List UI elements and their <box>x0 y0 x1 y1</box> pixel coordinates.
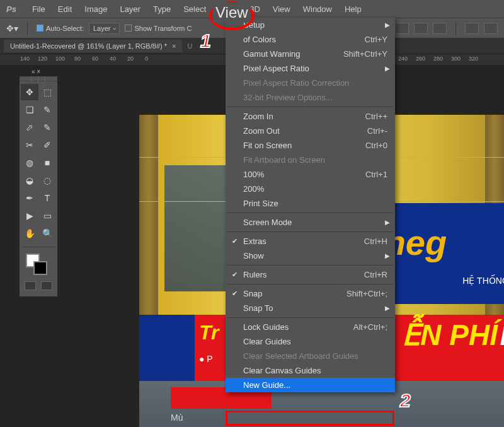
blur-tool[interactable]: ◒ <box>21 172 38 189</box>
menu-item-label: Clear Canvas Guides <box>243 366 321 375</box>
hand-tool[interactable]: ✋ <box>21 225 38 242</box>
ruler-tick: 40 <box>110 56 116 62</box>
menu-separator <box>227 284 394 284</box>
menu-item-label: 200% <box>243 184 264 194</box>
type-tool[interactable]: T <box>38 190 56 206</box>
dodge-tool[interactable]: ◌ <box>38 172 56 189</box>
menu-item-100[interactable]: 100%Ctrl+1 <box>226 167 395 182</box>
lasso-tool[interactable]: ❏ <box>21 102 38 118</box>
menu-select[interactable]: Select <box>177 4 212 14</box>
ruler-tick: 280 <box>433 56 443 62</box>
ruler-tick: 100 <box>55 56 65 62</box>
menu-view[interactable]: View <box>266 4 297 14</box>
check-icon: ✔ <box>232 237 238 245</box>
menu-shortcut: Ctrl+- <box>367 126 387 136</box>
mode-icon[interactable] <box>465 23 479 34</box>
menu-shortcut: Ctrl+1 <box>365 170 387 179</box>
menubar: Ps File Edit Image Layer Type Select Fil… <box>0 0 504 18</box>
move-tool[interactable]: ✥ <box>21 84 38 100</box>
menu-item-print-size[interactable]: Print Size <box>226 196 395 211</box>
menu-separator <box>227 107 394 107</box>
menu-item-rulers[interactable]: ✔RulersCtrl+R <box>226 267 395 282</box>
view-menu-dropdown: Setup▶of ColorsCtrl+YGamut WarningShift+… <box>226 18 395 392</box>
document-tab-ghost[interactable]: U <box>182 40 197 52</box>
distribute-icon[interactable] <box>433 23 447 34</box>
move-tool-icon: ✥▾ <box>6 23 18 33</box>
menu-item-screen-mode[interactable]: Screen Mode▶ <box>226 215 395 230</box>
panel-grip[interactable]: ⋮⋮⋮ <box>20 76 57 81</box>
tab-title: Untitled-1-Recovered @ 161% (Layer 1, RG… <box>10 42 167 50</box>
menu-file[interactable]: File <box>26 4 52 14</box>
menu-item-32-bit-preview-options: 32-bit Preview Options... <box>226 90 395 105</box>
menu-shortcut: Ctrl++ <box>365 112 387 121</box>
menu-edit[interactable]: Edit <box>52 4 78 14</box>
menu-item-clear-canvas-guides[interactable]: Clear Canvas Guides <box>226 363 395 378</box>
menu-separator <box>227 265 394 266</box>
distribute-icon[interactable] <box>414 23 428 34</box>
pen-tool[interactable]: ✒ <box>21 190 38 206</box>
menu-item-proof-colors[interactable]: of ColorsCtrl+Y <box>226 32 395 47</box>
menu-item-snap-to[interactable]: Snap To▶ <box>226 301 395 315</box>
gradient-tool[interactable]: ■ <box>38 155 56 171</box>
menu-item-new-guide[interactable]: New Guide... <box>226 378 395 392</box>
submenu-arrow-icon: ▶ <box>385 252 390 259</box>
close-icon[interactable]: × <box>172 42 176 50</box>
shape-tool[interactable]: ▭ <box>38 208 56 224</box>
brush-tool[interactable]: ✐ <box>38 137 56 153</box>
menu-window[interactable]: Window <box>297 4 338 14</box>
menu-item-label: Zoom In <box>243 112 273 121</box>
marquee-tool[interactable]: ⬚ <box>38 84 56 100</box>
submenu-arrow-icon: ▶ <box>385 65 390 72</box>
menu-item-snap[interactable]: ✔SnapShift+Ctrl+; <box>226 286 395 301</box>
screenmode-icon[interactable] <box>41 281 52 290</box>
panel-close-icon[interactable]: « × <box>32 68 40 75</box>
menu-item-lock-guides[interactable]: Lock GuidesAlt+Ctrl+; <box>226 320 395 334</box>
menu-item-proof-setup[interactable]: Setup▶ <box>226 18 395 32</box>
autoselect-dropdown[interactable]: Layer <box>89 23 120 34</box>
menu-item-label: Extras <box>243 237 266 246</box>
divider <box>455 21 456 35</box>
distribute-icon[interactable] <box>395 23 409 34</box>
menu-image[interactable]: Image <box>78 4 113 14</box>
show-transform-checkbox[interactable]: Show Transform C <box>125 25 192 32</box>
menu-item-gamut-warning[interactable]: Gamut WarningShift+Ctrl+Y <box>226 47 395 61</box>
menu-item-show[interactable]: Show▶ <box>226 249 395 263</box>
menu-item-zoom-in[interactable]: Zoom InCtrl++ <box>226 109 395 124</box>
menu-separator <box>227 231 394 232</box>
color-swatches[interactable] <box>20 250 57 279</box>
divider <box>27 21 28 35</box>
menu-item-label: Fit Artboard on Screen <box>243 155 325 165</box>
submenu-arrow-icon: ▶ <box>385 219 390 226</box>
menu-item-pixel-aspect-ratio[interactable]: Pixel Aspect Ratio▶ <box>226 61 395 76</box>
submenu-arrow-icon: ▶ <box>385 21 390 28</box>
menu-item-extras[interactable]: ✔ExtrasCtrl+H <box>226 234 395 249</box>
document-tab[interactable]: Untitled-1-Recovered @ 161% (Layer 1, RG… <box>4 40 182 52</box>
ruler-tick: 120 <box>38 56 47 62</box>
ruler-tick: 260 <box>416 56 425 62</box>
menu-shortcut: Shift+Ctrl+; <box>346 289 387 298</box>
menu-item-label: Pixel Aspect Ratio Correction <box>243 78 349 88</box>
zoom-tool[interactable]: 🔍 <box>38 225 56 242</box>
crop-tool[interactable]: ⬀ <box>21 119 38 136</box>
quickmask-icon[interactable] <box>25 281 36 290</box>
background-swatch[interactable] <box>33 261 47 275</box>
eyedropper-tool[interactable]: ✎ <box>38 119 56 136</box>
menu-shortcut: Alt+Ctrl+; <box>353 322 387 332</box>
autoselect-checkbox[interactable]: Auto-Select: <box>37 25 84 32</box>
check-icon: ✔ <box>232 271 238 279</box>
path-select-tool[interactable]: ▶ <box>21 208 38 224</box>
menu-item-200[interactable]: 200% <box>226 182 395 196</box>
healing-tool[interactable]: ✂ <box>21 137 38 153</box>
menu-type[interactable]: Type <box>147 4 177 14</box>
menu-layer[interactable]: Layer <box>113 4 147 14</box>
submenu-arrow-icon: ▶ <box>385 305 390 312</box>
menu-item-label: Gamut Warning <box>243 49 301 59</box>
menu-help[interactable]: Help <box>338 4 368 14</box>
stamp-tool[interactable]: ◍ <box>21 155 38 171</box>
menu-separator <box>227 213 394 213</box>
quick-select-tool[interactable]: ✎ <box>38 102 56 118</box>
mode-icon[interactable] <box>484 23 498 34</box>
menu-item-clear-guides[interactable]: Clear Guides <box>226 334 395 349</box>
menu-item-zoom-out[interactable]: Zoom OutCtrl+- <box>226 124 395 138</box>
menu-item-fit-on-screen[interactable]: Fit on ScreenCtrl+0 <box>226 138 395 153</box>
